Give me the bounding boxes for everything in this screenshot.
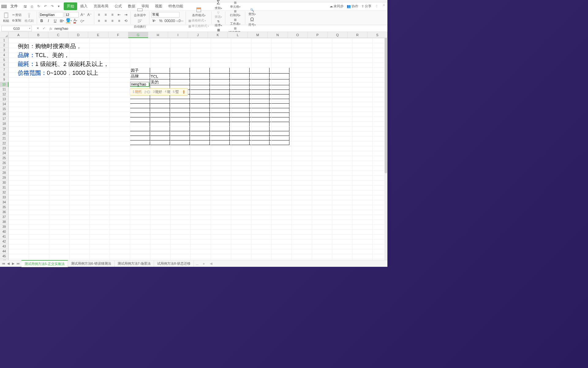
spreadsheet-grid[interactable]: ABCDEFGHIJKLMNOPQRS 12345678910111213141… <box>0 32 387 260</box>
decrease-font-icon[interactable]: A⁻ <box>87 12 92 17</box>
row-header[interactable]: 40 <box>0 229 9 234</box>
rows-cols-button[interactable]: ⊞行和列▾ <box>227 10 243 17</box>
row-header[interactable]: 24 <box>0 151 9 156</box>
fill-color-button[interactable]: 🪣▾ <box>66 18 71 24</box>
fx-icon[interactable]: fx <box>48 27 53 30</box>
row-header[interactable]: 10 <box>0 82 9 87</box>
column-header[interactable]: C <box>48 32 68 38</box>
row-header[interactable]: 22 <box>0 141 9 146</box>
row-header[interactable]: 23 <box>0 146 9 151</box>
row-header[interactable]: 13 <box>0 97 9 102</box>
align-left-icon[interactable]: ≡ <box>96 18 102 24</box>
sheet-nav-first-icon[interactable]: ⏮ <box>1 262 6 266</box>
column-header[interactable]: N <box>268 32 288 38</box>
row-header[interactable]: 12 <box>0 92 9 97</box>
hscroll-left-icon[interactable]: ◀ <box>210 262 212 266</box>
indent-decrease-icon[interactable]: ⇤ <box>116 12 122 17</box>
comma-icon[interactable]: 000 <box>165 18 170 24</box>
column-header[interactable]: K <box>208 32 228 38</box>
preview-icon[interactable]: ↻ <box>36 4 41 9</box>
orientation-icon[interactable]: ⟲ <box>123 18 129 24</box>
copy-button[interactable]: ⧉复制 <box>12 18 22 23</box>
row-headers[interactable]: 1234567891011121314151617181920212223242… <box>0 38 9 260</box>
align-right-icon[interactable]: ≡ <box>110 18 115 24</box>
active-cell-editor[interactable]: neng'hao <box>130 82 149 87</box>
paste-button[interactable]: 粘贴 <box>2 12 10 23</box>
column-header[interactable]: R <box>348 32 368 38</box>
align-center-icon[interactable]: ≡ <box>103 18 108 24</box>
sheet-tab[interactable]: 测试用例方法6-错误猜测法 <box>68 260 115 267</box>
row-header[interactable]: 36 <box>0 210 9 215</box>
column-header[interactable]: D <box>68 32 88 38</box>
tab-formula[interactable]: 公式 <box>111 2 125 10</box>
font-size-select[interactable] <box>65 12 79 17</box>
find-button[interactable]: 🔍查找▾ <box>247 8 257 16</box>
percent-icon[interactable]: % <box>158 18 164 24</box>
number-format-select[interactable] <box>151 12 179 17</box>
vertical-scrollbar[interactable] <box>384 32 387 260</box>
font-color-button[interactable]: A▾ <box>73 18 78 24</box>
row-header[interactable]: 27 <box>0 166 9 171</box>
row-header[interactable]: 20 <box>0 131 9 136</box>
column-header[interactable]: O <box>288 32 308 38</box>
formula-input[interactable]: neng'hao <box>53 27 387 30</box>
tab-special[interactable]: 特色功能 <box>165 2 186 10</box>
share-button[interactable]: ⇪分享 <box>361 4 371 9</box>
row-header[interactable]: 11 <box>0 87 9 92</box>
column-header[interactable]: E <box>88 32 108 38</box>
save-icon[interactable]: 🖫 <box>23 4 28 9</box>
format-painter-button[interactable]: 格式刷 <box>23 12 35 23</box>
row-header[interactable]: 29 <box>0 175 9 180</box>
menu-icon[interactable] <box>1 4 7 9</box>
column-header[interactable]: M <box>248 32 268 38</box>
row-header[interactable]: 14 <box>0 102 9 107</box>
row-header[interactable]: 38 <box>0 220 9 224</box>
row-header[interactable]: 19 <box>0 126 9 131</box>
row-header[interactable]: 33 <box>0 195 9 200</box>
column-header[interactable]: J <box>188 32 208 38</box>
column-headers[interactable]: ABCDEFGHIJKLMNOPQRS <box>9 32 387 38</box>
file-menu[interactable]: 文件 <box>8 3 20 10</box>
row-header[interactable]: 15 <box>0 107 9 112</box>
row-header[interactable]: 37 <box>0 215 9 220</box>
symbol-button[interactable]: Ω符号▾ <box>247 17 257 27</box>
row-header[interactable]: 42 <box>0 239 9 244</box>
sheet-more[interactable]: ... <box>194 262 200 266</box>
italic-button[interactable]: I <box>46 18 51 24</box>
row-header[interactable]: 31 <box>0 185 9 190</box>
bold-button[interactable]: B <box>39 18 44 24</box>
text-box-overlay[interactable]: 例如：购物时搜索商品， 品牌：TCL、美的， 能耗：1 级能耗、2 级能耗及以上… <box>18 42 109 77</box>
row-header[interactable]: 32 <box>0 190 9 195</box>
border-button[interactable]: ⊞▾ <box>59 18 65 24</box>
undo-icon[interactable]: ↶ <box>43 4 48 9</box>
row-header[interactable]: 39 <box>0 224 9 229</box>
sheet-nav-last-icon[interactable]: ⏭ <box>16 262 20 266</box>
increase-decimal-icon[interactable]: .00→ <box>172 18 177 24</box>
tab-page-layout[interactable]: 页面布局 <box>91 2 111 10</box>
row-header[interactable]: 5 <box>0 58 9 63</box>
row-header[interactable]: 1 <box>0 38 9 43</box>
row-header[interactable]: 46 <box>0 259 9 260</box>
currency-icon[interactable]: ¥▾ <box>151 18 157 24</box>
column-header[interactable]: A <box>9 32 28 38</box>
cancel-edit-icon[interactable]: ✕ <box>36 26 40 30</box>
row-header[interactable]: 17 <box>0 117 9 121</box>
row-header[interactable]: 21 <box>0 136 9 141</box>
print-icon[interactable]: ⎙ <box>29 4 34 9</box>
row-header[interactable]: 35 <box>0 205 9 210</box>
sheet-tab[interactable]: 测试用例方法7-场景法 <box>115 260 154 267</box>
table-style-button[interactable]: ▦表格样式▾ <box>188 18 209 23</box>
row-header[interactable]: 28 <box>0 171 9 175</box>
qat-dropdown-icon[interactable]: ▾ <box>56 4 61 9</box>
decrease-decimal-icon[interactable]: .0← <box>178 18 184 24</box>
sheet-tab[interactable]: 试用例方法8-状态迁移 <box>154 260 194 267</box>
cells-area[interactable]: 例如：购物时搜索商品， 品牌：TCL、美的， 能耗：1 级能耗、2 级能耗及以上… <box>9 38 387 260</box>
select-all-corner[interactable] <box>0 32 9 38</box>
indent-increase-icon[interactable]: ⇥ <box>123 12 129 17</box>
row-header[interactable]: 8 <box>0 72 9 77</box>
font-name-select[interactable] <box>39 12 63 17</box>
cell-style-button[interactable]: ▦单元格样式▾ <box>188 24 209 29</box>
clear-format-button[interactable]: ◇▾ <box>79 18 85 24</box>
redo-icon[interactable]: ↷ <box>50 4 55 9</box>
add-sheet-button[interactable]: + <box>200 262 207 266</box>
